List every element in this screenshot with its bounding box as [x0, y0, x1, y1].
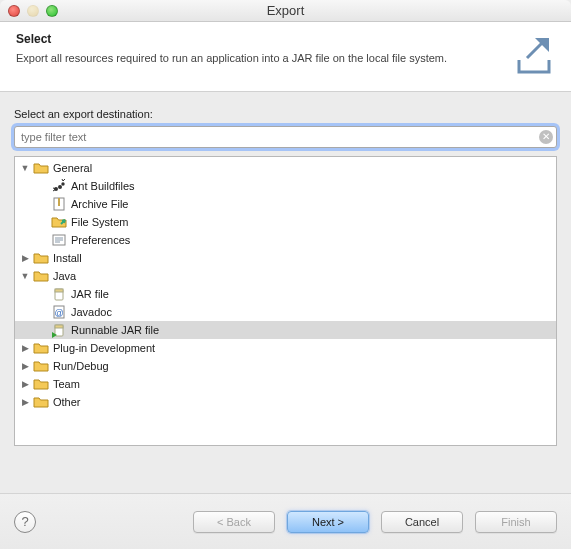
folder-icon [33, 250, 49, 266]
fs-icon [51, 214, 67, 230]
folder-icon [33, 340, 49, 356]
svg-point-2 [61, 182, 64, 185]
expand-icon[interactable]: ▶ [19, 397, 31, 407]
tree-item[interactable]: ▶Install [15, 249, 556, 267]
javadoc-icon: @ [51, 304, 67, 320]
tree-item[interactable]: ▶Run/Debug [15, 357, 556, 375]
archive-icon [51, 196, 67, 212]
zoom-window-button[interactable] [46, 5, 58, 17]
collapse-icon[interactable]: ▼ [19, 271, 31, 281]
tree-item-label: General [51, 162, 92, 174]
tree-item-label: Team [51, 378, 80, 390]
folder-icon [33, 376, 49, 392]
tree-item[interactable]: ▶Archive File [15, 195, 556, 213]
tree-item-label: Archive File [69, 198, 128, 210]
finish-button[interactable]: Finish [475, 511, 557, 533]
tree-item[interactable]: ▼General [15, 159, 556, 177]
prefs-icon [51, 232, 67, 248]
back-button[interactable]: < Back [193, 511, 275, 533]
wizard-body: Select an export destination: ✕ ▼General… [0, 92, 571, 456]
tree-item[interactable]: ▶Preferences [15, 231, 556, 249]
expand-icon[interactable]: ▶ [19, 379, 31, 389]
filter-input[interactable] [14, 126, 557, 148]
tree-item[interactable]: ▶File System [15, 213, 556, 231]
cancel-button[interactable]: Cancel [381, 511, 463, 533]
runjar-icon [51, 322, 67, 338]
jar-icon [51, 286, 67, 302]
svg-point-1 [58, 185, 62, 189]
expand-icon[interactable]: ▶ [19, 343, 31, 353]
close-window-button[interactable] [8, 5, 20, 17]
tree-item[interactable]: ▶Ant Buildfiles [15, 177, 556, 195]
tree-item-label: Run/Debug [51, 360, 109, 372]
collapse-icon[interactable]: ▼ [19, 163, 31, 173]
tree-item-label: Ant Buildfiles [69, 180, 135, 192]
export-tree[interactable]: ▼General▶Ant Buildfiles▶Archive File▶Fil… [14, 156, 557, 446]
tree-item[interactable]: ▶Other [15, 393, 556, 411]
svg-rect-7 [55, 289, 63, 292]
svg-rect-11 [55, 325, 63, 328]
minimize-window-button[interactable] [27, 5, 39, 17]
folder-icon [33, 358, 49, 374]
tree-item-label: JAR file [69, 288, 109, 300]
tree-item-label: Preferences [69, 234, 130, 246]
filter-label: Select an export destination: [14, 108, 557, 120]
help-icon[interactable]: ? [14, 511, 36, 533]
tree-item-label: File System [69, 216, 128, 228]
window-title: Export [0, 3, 571, 18]
window-controls [0, 5, 58, 17]
page-title: Select [16, 32, 555, 46]
expand-icon[interactable]: ▶ [19, 361, 31, 371]
tree-item[interactable]: ▶Team [15, 375, 556, 393]
tree-item-label: Plug-in Development [51, 342, 155, 354]
folder-icon [33, 160, 49, 176]
tree-item-label: Install [51, 252, 82, 264]
export-banner-icon [511, 32, 557, 78]
ant-icon [51, 178, 67, 194]
wizard-header: Select Export all resources required to … [0, 22, 571, 92]
next-button[interactable]: Next > [287, 511, 369, 533]
title-bar: Export [0, 0, 571, 22]
tree-item-label: Java [51, 270, 76, 282]
svg-text:@: @ [54, 308, 63, 318]
button-bar: ? < Back Next > Cancel Finish [0, 493, 571, 549]
tree-item[interactable]: ▶Runnable JAR file [15, 321, 556, 339]
folder-icon [33, 268, 49, 284]
page-subtitle: Export all resources required to run an … [16, 52, 555, 64]
expand-icon[interactable]: ▶ [19, 253, 31, 263]
tree-item-label: Javadoc [69, 306, 112, 318]
tree-item-label: Other [51, 396, 81, 408]
svg-rect-4 [58, 198, 60, 206]
tree-item[interactable]: ▶JAR file [15, 285, 556, 303]
tree-item[interactable]: ▼Java [15, 267, 556, 285]
tree-item-label: Runnable JAR file [69, 324, 159, 336]
tree-item[interactable]: ▶Plug-in Development [15, 339, 556, 357]
tree-item[interactable]: ▶@Javadoc [15, 303, 556, 321]
folder-icon [33, 394, 49, 410]
clear-filter-icon[interactable]: ✕ [539, 130, 553, 144]
